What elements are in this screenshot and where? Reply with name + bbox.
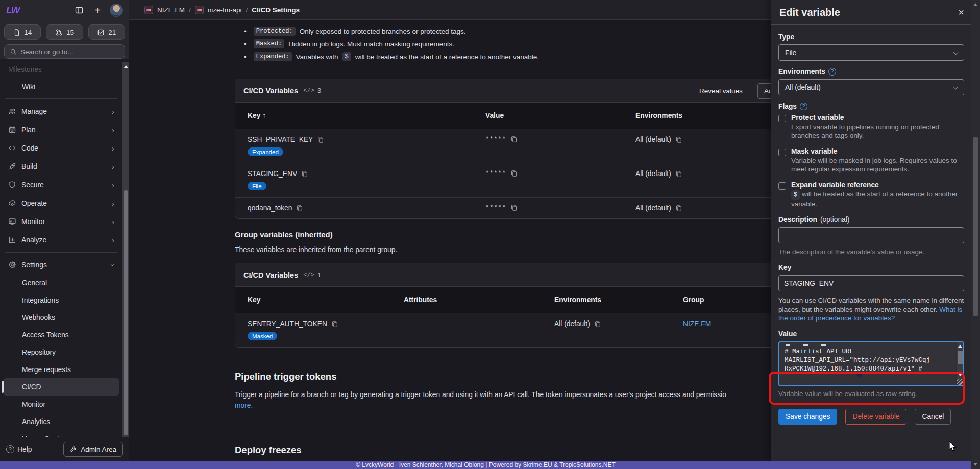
breadcrumb-project[interactable]: nize-fm-api — [208, 6, 242, 14]
help-icon[interactable]: ? — [800, 103, 807, 110]
sidebar-item-manage[interactable]: Manage› — [3, 102, 119, 120]
lvckyworld-logo[interactable]: LW — [6, 5, 20, 16]
attribute-badge: Masked — [248, 332, 277, 340]
help-icon[interactable]: ? — [828, 68, 836, 76]
close-icon[interactable]: × — [958, 7, 964, 17]
sidebar-item-plan[interactable]: Plan› — [3, 120, 119, 139]
todos-count: 21 — [108, 29, 116, 36]
admin-area-button[interactable]: Admin Area — [63, 442, 123, 457]
mask-variable-checkbox[interactable] — [778, 149, 786, 156]
key-input[interactable] — [778, 275, 964, 291]
table-header-row: Key ↑ Value Environments — [235, 103, 771, 129]
copy-icon[interactable] — [675, 136, 682, 143]
expand-reference-checkbox[interactable] — [778, 182, 786, 190]
breadcrumb-group[interactable]: NIZE.FM — [157, 6, 185, 14]
code-icon: </> — [303, 271, 314, 279]
sidebar-item-general[interactable]: General — [3, 274, 119, 291]
search-input[interactable] — [20, 48, 102, 56]
sidebar-item-merge-requests[interactable]: Merge requests — [3, 361, 119, 378]
scroll-down-icon[interactable] — [973, 463, 977, 466]
chevron-down-icon — [953, 50, 959, 55]
copy-icon[interactable] — [510, 136, 518, 143]
sidebar-item-integrations[interactable]: Integrations — [3, 291, 119, 309]
sidebar-item-repository[interactable]: Repository — [3, 343, 119, 361]
copy-icon[interactable] — [510, 170, 518, 177]
group-link[interactable]: NIZE.FM — [683, 320, 711, 328]
sidebar-item-analytics[interactable]: Analytics — [3, 413, 119, 430]
environments-select[interactable]: All (default) — [778, 79, 964, 95]
copy-icon[interactable] — [510, 204, 518, 211]
sidebar-item-analyze[interactable]: Analyze› — [3, 231, 119, 249]
sort-ascending-icon[interactable]: ↑ — [262, 112, 266, 119]
create-new-icon[interactable]: + — [91, 4, 104, 16]
column-attributes: Attributes — [404, 296, 554, 304]
sidebar-item-milestones[interactable]: Milestones — [3, 61, 119, 78]
user-avatar[interactable] — [110, 4, 123, 17]
sidebar-scrollbar[interactable] — [122, 62, 129, 438]
column-environments: Environments — [635, 112, 771, 119]
value-line: MAIRLIST_API_URL="http://api:yEVs7wCqj — [785, 356, 950, 365]
column-value: Value — [485, 112, 635, 119]
sidebar-item-usage-quotas[interactable]: Usage Quotas — [3, 430, 119, 437]
merge-requests-counter[interactable]: 15 — [46, 24, 83, 40]
variable-key: STAGING_ENV — [248, 170, 297, 178]
sidebar-item-operate[interactable]: Operate› — [3, 194, 119, 212]
environment-scope: All (default) — [635, 204, 671, 212]
help-button[interactable]: ? Help — [6, 445, 32, 453]
learn-more-link[interactable]: more. — [235, 402, 253, 409]
page-scrollbar-thumb[interactable] — [973, 137, 978, 316]
issues-counter[interactable]: 14 — [4, 24, 41, 40]
textarea-scrollbar-thumb[interactable] — [958, 351, 963, 364]
scroll-down-icon[interactable] — [958, 374, 962, 376]
checkbox-label[interactable]: Expand variable reference — [791, 181, 879, 189]
copy-icon[interactable] — [675, 205, 682, 212]
sidebar-item-webhooks[interactable]: Webhooks — [3, 309, 119, 326]
protect-variable-checkbox[interactable] — [778, 115, 786, 122]
sidebar-scrollbar-thumb[interactable] — [124, 190, 128, 435]
nav-divider — [5, 98, 117, 99]
sidebar-item-code[interactable]: Code› — [3, 139, 119, 157]
dollar-code: $ — [791, 190, 800, 200]
sidebar-item-secure[interactable]: Secure› — [3, 176, 119, 194]
copy-icon[interactable] — [331, 320, 338, 328]
global-search[interactable] — [4, 44, 125, 59]
copy-icon[interactable] — [301, 170, 308, 178]
page-scrollbar[interactable] — [971, 0, 980, 469]
reveal-values-button[interactable]: Reveal values — [699, 87, 743, 95]
sidebar-item-wiki[interactable]: Wiki — [3, 78, 119, 95]
sidebar-item-monitor-settings[interactable]: Monitor — [3, 396, 119, 413]
sidebar-nav: Milestones Wiki Manage› Plan› Code› Buil… — [0, 61, 122, 437]
todos-counter[interactable]: 21 — [88, 24, 125, 40]
copy-icon[interactable] — [296, 205, 303, 212]
scroll-up-icon[interactable] — [973, 3, 977, 6]
delete-variable-button[interactable]: Delete variable — [845, 409, 906, 425]
scroll-up-icon[interactable] — [958, 345, 962, 348]
sidebar-toggle-icon[interactable] — [73, 4, 85, 16]
sidebar-top: LW + 14 15 21 — [0, 0, 129, 59]
column-group: Group — [683, 296, 771, 304]
key-helper: You can use CI/CD variables with the sam… — [778, 296, 964, 323]
column-key[interactable]: Key — [248, 112, 260, 119]
scroll-up-icon[interactable] — [124, 65, 128, 68]
copy-icon[interactable] — [317, 136, 324, 143]
checkbox-label[interactable]: Mask variable — [791, 147, 838, 155]
build-icon — [8, 162, 16, 170]
copy-icon[interactable] — [675, 170, 682, 178]
save-changes-button[interactable]: Save changes — [778, 409, 837, 425]
sidebar-item-monitor[interactable]: Monitor› — [3, 212, 119, 231]
type-select[interactable]: File — [778, 44, 964, 61]
add-variable-button-clipped[interactable]: Add variable — [757, 83, 771, 99]
description-input[interactable] — [778, 227, 964, 243]
nav-divider — [5, 252, 117, 253]
footer-text: © LvckyWorld - Iven Schlenther, Michal O… — [356, 461, 616, 468]
checkbox-label[interactable]: Protect variable — [791, 114, 844, 121]
merge-requests-count: 15 — [66, 29, 74, 36]
sidebar-item-build[interactable]: Build› — [3, 157, 119, 176]
value-textarea[interactable]: # Mairlist API URL MAIRLIST_API_URL="htt… — [778, 341, 964, 386]
cancel-button[interactable]: Cancel — [915, 409, 951, 425]
resize-handle[interactable] — [957, 379, 963, 385]
sidebar-item-access-tokens[interactable]: Access Tokens — [3, 326, 119, 343]
copy-icon[interactable] — [594, 320, 601, 328]
sidebar-item-cicd[interactable]: CI/CD — [3, 378, 119, 396]
sidebar-item-settings[interactable]: Settings › — [3, 256, 119, 274]
